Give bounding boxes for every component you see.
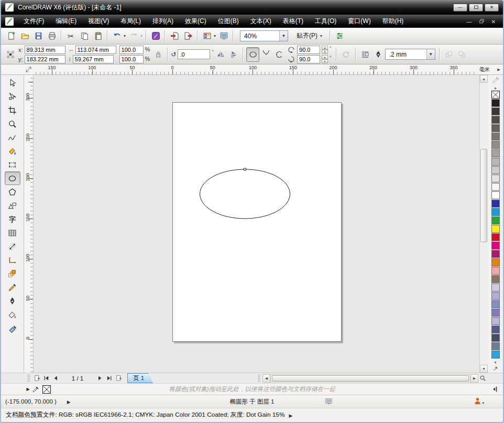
parallel-dimension-tool[interactable] — [5, 240, 20, 253]
open-button[interactable] — [18, 30, 31, 42]
end-angle-stepper[interactable]: ▲▼ — [322, 55, 328, 63]
scale-v-field[interactable] — [119, 55, 144, 63]
last-page-button[interactable] — [104, 374, 114, 383]
text-tool[interactable]: 字 — [5, 212, 20, 226]
basic-shapes-tool[interactable] — [5, 199, 20, 212]
color-swatch[interactable] — [491, 208, 500, 216]
polygon-tool[interactable] — [5, 185, 20, 199]
fill-tool[interactable] — [5, 308, 20, 321]
outline-pen-tool[interactable] — [5, 294, 20, 308]
menu-table[interactable]: 表格(T) — [277, 15, 309, 28]
color-swatch[interactable] — [491, 267, 500, 275]
color-eyedropper-tool[interactable] — [5, 280, 20, 294]
color-swatch[interactable] — [491, 284, 500, 291]
color-swatch[interactable] — [491, 216, 500, 224]
mirror-vertical-button[interactable] — [227, 48, 240, 61]
scroll-up-button[interactable]: ▲ — [480, 75, 488, 83]
menu-window[interactable]: 窗口(W) — [342, 15, 376, 28]
print-button[interactable] — [45, 30, 59, 42]
minimize-button[interactable]: — — [453, 4, 467, 12]
toolbar-grip[interactable] — [27, 375, 30, 382]
color-profile-flyout[interactable]: ▶ — [289, 411, 292, 419]
close-button[interactable]: ✕ — [485, 4, 499, 12]
doc-restore-button[interactable] — [479, 18, 485, 24]
color-swatch[interactable] — [491, 342, 500, 350]
paste-button[interactable] — [91, 30, 105, 42]
color-swatch[interactable] — [491, 116, 500, 124]
scale-h-field[interactable] — [119, 46, 144, 54]
cut-button[interactable]: ✂ — [64, 30, 78, 42]
pick-tool[interactable] — [5, 76, 20, 90]
ruler-corner[interactable] — [1, 64, 34, 74]
ellipse-mode-button[interactable] — [246, 47, 259, 62]
outline-width-combo[interactable]: .2 mm ▼ — [385, 49, 435, 60]
copy-button[interactable] — [78, 30, 91, 42]
table-tool[interactable] — [5, 226, 20, 240]
zoom-levels-combo[interactable]: 40% ▼ — [240, 30, 288, 41]
undo-dropdown[interactable]: ▾ — [124, 34, 126, 38]
lock-ratio-button[interactable] — [151, 48, 165, 61]
color-swatch[interactable] — [491, 149, 500, 157]
scroll-right-button[interactable]: ▶ — [470, 374, 478, 383]
color-swatch[interactable] — [491, 158, 500, 166]
vertical-ruler[interactable]: 300250200150100500 — [24, 75, 34, 373]
vertical-scrollbar-thumb[interactable] — [480, 149, 487, 242]
horizontal-ruler[interactable]: 15010050050100150200250300350 — [34, 64, 475, 74]
zoom-tool[interactable] — [5, 117, 20, 131]
ruler-scroll-button[interactable]: ▶ — [495, 64, 503, 74]
add-page-button-2[interactable] — [114, 374, 123, 383]
interactive-fill-tool[interactable] — [5, 321, 20, 335]
ellipse-object[interactable] — [200, 169, 290, 219]
color-swatch[interactable] — [491, 233, 500, 241]
crop-tool[interactable] — [5, 103, 20, 117]
navigator-button[interactable] — [478, 374, 487, 383]
pie-mode-button[interactable] — [259, 47, 272, 62]
maximize-button[interactable] — [469, 4, 483, 12]
no-color-swatch[interactable] — [42, 385, 51, 394]
application-launcher-dropdown[interactable]: ▾ — [214, 34, 216, 38]
color-swatch[interactable] — [491, 183, 500, 191]
color-swatch[interactable] — [491, 317, 500, 325]
color-swatch[interactable] — [491, 200, 500, 208]
rotation-angle-field[interactable] — [178, 49, 210, 59]
connector-tool[interactable] — [5, 253, 20, 267]
x-position-field[interactable] — [25, 46, 65, 54]
horizontal-scrollbar-thumb[interactable] — [272, 375, 469, 382]
color-swatch[interactable] — [491, 309, 500, 317]
palette-expand-icon[interactable] — [492, 366, 498, 372]
undo-button[interactable] — [110, 30, 124, 42]
arc-mode-button[interactable] — [272, 47, 286, 62]
color-swatch[interactable] — [491, 258, 500, 266]
drawing-page[interactable] — [172, 102, 342, 342]
document-palette-flyout[interactable]: ▶ — [24, 387, 32, 392]
previous-page-button[interactable] — [51, 374, 60, 383]
new-document-button[interactable] — [4, 30, 18, 42]
color-swatch[interactable] — [491, 99, 500, 107]
next-page-button[interactable] — [95, 374, 104, 383]
palette-scroll-up[interactable]: ▲ — [494, 85, 497, 91]
snap-to-dropdown[interactable]: 贴齐(P) ▾ — [292, 31, 327, 40]
smart-fill-tool[interactable] — [5, 144, 20, 158]
wrap-text-button[interactable] — [359, 48, 372, 61]
menu-layout[interactable]: 布局(L) — [115, 15, 147, 28]
ellipse-tool[interactable] — [5, 171, 20, 185]
ellipse-node-handle[interactable] — [244, 168, 246, 171]
color-swatch[interactable] — [491, 166, 500, 174]
color-swatch[interactable] — [491, 300, 500, 308]
menu-text[interactable]: 文本(X) — [245, 15, 277, 28]
object-height-field[interactable] — [73, 55, 114, 63]
mirror-horizontal-button[interactable] — [214, 48, 227, 61]
menu-view[interactable]: 视图(V) — [82, 15, 115, 28]
color-swatch[interactable] — [491, 326, 500, 333]
add-page-button[interactable] — [32, 374, 41, 383]
freehand-tool[interactable] — [5, 131, 20, 144]
search-content-button[interactable] — [149, 30, 162, 42]
color-swatch[interactable] — [491, 191, 500, 199]
doc-close-button[interactable]: ✕ — [491, 18, 496, 25]
redo-dropdown[interactable]: ▾ — [140, 34, 143, 38]
color-swatch[interactable] — [491, 175, 500, 182]
color-swatch[interactable] — [491, 107, 500, 115]
chevron-down-icon[interactable]: ▼ — [426, 49, 435, 59]
drawing-canvas[interactable] — [34, 75, 479, 373]
color-swatch[interactable] — [491, 124, 500, 132]
